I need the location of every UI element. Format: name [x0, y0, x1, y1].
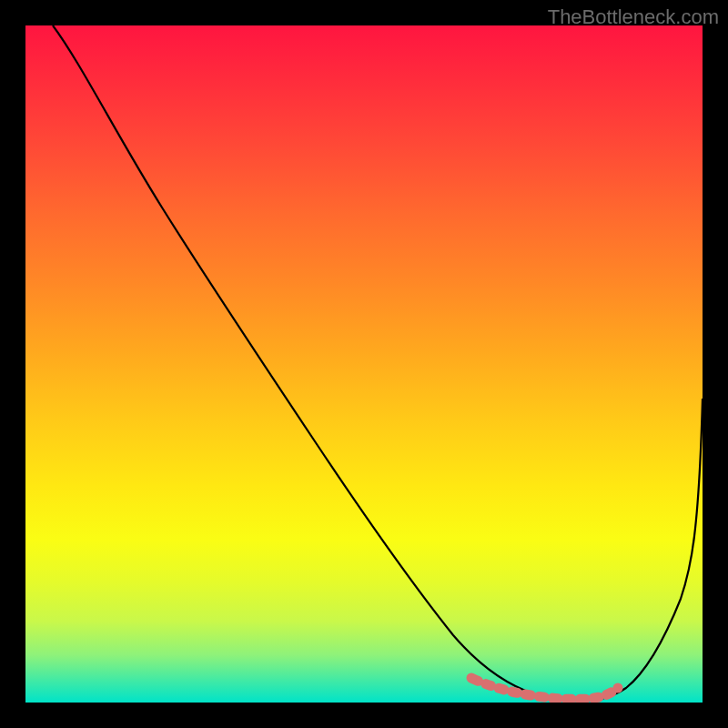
watermark-text: TheBottleneck.com — [548, 5, 719, 29]
left-curve-path — [53, 25, 585, 701]
chart-curves-svg — [25, 25, 703, 703]
chart-plot-area — [25, 25, 703, 703]
valley-marker-dot — [467, 673, 477, 683]
valley-marker-path — [473, 679, 615, 699]
valley-marker-dot — [613, 683, 623, 693]
right-curve-path — [585, 399, 703, 701]
